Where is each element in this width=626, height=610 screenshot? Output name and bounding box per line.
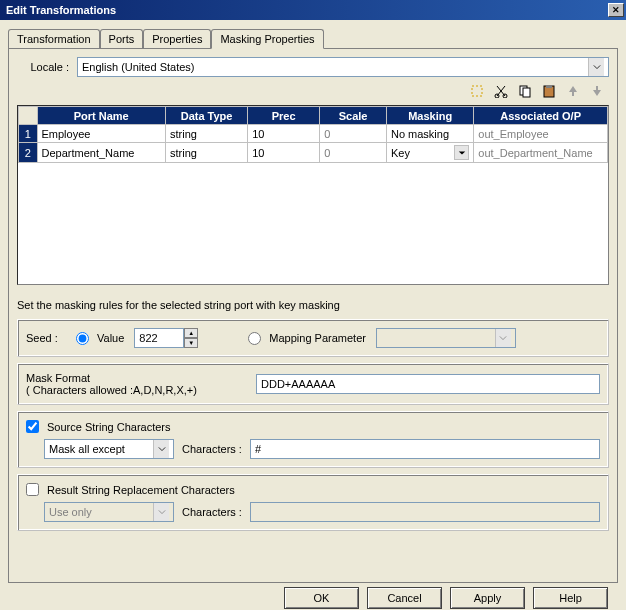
col-scale: Scale	[320, 107, 387, 125]
mask-format-group: Mask Format ( Characters allowed :A,D,N,…	[17, 363, 609, 405]
button-row: OK Cancel Apply Help	[8, 583, 618, 609]
cell-prec[interactable]: 10	[248, 143, 320, 163]
ports-table: Port Name Data Type Prec Scale Masking A…	[17, 105, 609, 285]
tab-ports[interactable]: Ports	[100, 29, 144, 49]
window-title: Edit Transformations	[6, 4, 608, 16]
spin-up-icon[interactable]: ▲	[184, 328, 198, 338]
cut-icon[interactable]	[493, 83, 509, 99]
col-assoc: Associated O/P	[474, 107, 608, 125]
table-row[interactable]: 1 Employee string 10 0 No masking out_Em…	[19, 125, 608, 143]
col-portname: Port Name	[37, 107, 165, 125]
copy-icon[interactable]	[517, 83, 533, 99]
source-chars-group: Source String Characters Mask all except…	[17, 411, 609, 468]
locale-label: Locale :	[17, 61, 77, 73]
cell-scale: 0	[320, 125, 387, 143]
chevron-down-icon	[153, 440, 169, 458]
mask-format-input[interactable]	[256, 374, 600, 394]
instruction-text: Set the masking rules for the selected s…	[17, 299, 609, 311]
tab-panel: Locale : English (United States) Port Na…	[8, 48, 618, 583]
cancel-button[interactable]: Cancel	[367, 587, 442, 609]
col-datatype: Data Type	[165, 107, 247, 125]
seed-value-radio-input[interactable]	[76, 332, 89, 345]
seed-value-input[interactable]	[134, 328, 184, 348]
seed-label: Seed :	[26, 332, 76, 344]
cell-prec[interactable]: 10	[248, 125, 320, 143]
source-chars-label: Characters :	[182, 443, 242, 455]
cell-datatype[interactable]: string	[165, 125, 247, 143]
chevron-down-icon	[495, 329, 511, 347]
result-chars-input	[250, 502, 600, 522]
titlebar: Edit Transformations ✕	[0, 0, 626, 20]
help-button[interactable]: Help	[533, 587, 608, 609]
new-icon[interactable]	[469, 83, 485, 99]
tab-masking-properties[interactable]: Masking Properties	[211, 29, 323, 49]
result-chars-checkbox[interactable]	[26, 483, 39, 496]
col-rownum	[19, 107, 38, 125]
locale-combo[interactable]: English (United States)	[77, 57, 609, 77]
row-number: 2	[19, 143, 38, 163]
content: Transformation Ports Properties Masking …	[0, 20, 626, 610]
seed-group: Seed : Value ▲ ▼ Mapping Parameter	[17, 319, 609, 357]
paste-icon[interactable]	[541, 83, 557, 99]
col-prec: Prec	[248, 107, 320, 125]
source-chars-checkbox[interactable]	[26, 420, 39, 433]
result-chars-label: Characters :	[182, 506, 242, 518]
table-header: Port Name Data Type Prec Scale Masking A…	[19, 107, 608, 125]
mapping-param-combo	[376, 328, 516, 348]
apply-button[interactable]: Apply	[450, 587, 525, 609]
ok-button[interactable]: OK	[284, 587, 359, 609]
result-mode-combo: Use only	[44, 502, 174, 522]
mask-format-hint: ( Characters allowed :A,D,N,R,X,+)	[26, 384, 256, 396]
toolbar	[17, 83, 605, 99]
close-button[interactable]: ✕	[608, 3, 624, 17]
cell-assoc: out_Employee	[474, 125, 608, 143]
chevron-down-icon	[588, 58, 604, 76]
arrow-up-icon	[565, 83, 581, 99]
locale-value: English (United States)	[82, 61, 195, 73]
tab-properties[interactable]: Properties	[143, 29, 211, 49]
seed-mapping-radio[interactable]: Mapping Parameter	[248, 332, 366, 345]
svg-rect-0	[472, 86, 482, 96]
cell-masking[interactable]: No masking	[386, 125, 473, 143]
cell-portname[interactable]: Department_Name	[37, 143, 165, 163]
seed-spinner[interactable]: ▲ ▼	[134, 328, 198, 348]
spin-down-icon[interactable]: ▼	[184, 338, 198, 348]
svg-rect-6	[546, 85, 552, 88]
mask-format-label: Mask Format	[26, 372, 256, 384]
cell-datatype[interactable]: string	[165, 143, 247, 163]
table-row[interactable]: 2 Department_Name string 10 0 Key out_De…	[19, 143, 608, 163]
result-chars-check[interactable]: Result String Replacement Characters	[26, 483, 590, 496]
seed-value-radio[interactable]: Value	[76, 332, 124, 345]
cell-portname[interactable]: Employee	[37, 125, 165, 143]
tab-transformation[interactable]: Transformation	[8, 29, 100, 49]
source-chars-check[interactable]: Source String Characters	[26, 420, 590, 433]
cell-assoc: out_Department_Name	[474, 143, 608, 163]
result-chars-group: Result String Replacement Characters Use…	[17, 474, 609, 531]
svg-rect-4	[523, 88, 530, 97]
source-mode-combo[interactable]: Mask all except	[44, 439, 174, 459]
cell-masking[interactable]: Key	[386, 143, 473, 163]
cell-masking-value: Key	[391, 147, 410, 159]
arrow-down-icon	[589, 83, 605, 99]
source-chars-input[interactable]	[250, 439, 600, 459]
chevron-down-icon	[454, 145, 469, 160]
col-masking: Masking	[386, 107, 473, 125]
row-number: 1	[19, 125, 38, 143]
tabs: Transformation Ports Properties Masking …	[8, 29, 618, 49]
cell-scale: 0	[320, 143, 387, 163]
chevron-down-icon	[153, 503, 169, 521]
seed-mapping-radio-input[interactable]	[248, 332, 261, 345]
